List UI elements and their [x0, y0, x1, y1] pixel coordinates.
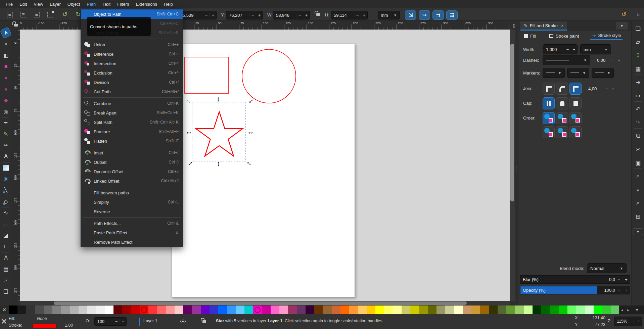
pen-tool[interactable]: ✒ [1, 118, 10, 127]
pencil-tool[interactable]: ✎ [1, 130, 10, 139]
color-swatch[interactable] [52, 306, 61, 314]
cap-round-button[interactable] [556, 97, 568, 109]
deselect-icon[interactable] [32, 10, 41, 19]
vertical-ruler[interactable]: 0255075100125150175200225250275 [11, 30, 20, 301]
opacity-field-decrement[interactable]: − [113, 319, 120, 324]
export-icon[interactable]: ↦ [632, 91, 644, 101]
scale-gradients-toggle[interactable]: ⇉ [432, 10, 444, 20]
rotation-reset-icon[interactable]: ↺ [619, 10, 628, 19]
fill-value[interactable]: None [37, 316, 47, 321]
width-decrement[interactable]: − [564, 47, 571, 52]
color-swatch[interactable] [445, 306, 454, 314]
menu-item-linked-offset[interactable]: Linked OffsetCtrl+Alt+J [81, 176, 183, 186]
zoom-decrement[interactable]: − [630, 319, 636, 324]
x-increment[interactable]: + [210, 13, 216, 18]
dock-resize-handle[interactable]: ⋮ [515, 30, 519, 306]
color-swatch[interactable] [585, 306, 594, 314]
scale-handle-n[interactable]: ↔ [216, 96, 223, 103]
color-swatch[interactable] [332, 306, 340, 314]
color-swatch[interactable] [87, 306, 96, 314]
color-swatch[interactable] [44, 306, 52, 314]
cut-icon[interactable]: ✂ [632, 144, 644, 154]
paint-order-button-2[interactable] [556, 112, 568, 124]
color-swatch[interactable] [35, 306, 44, 314]
color-swatch[interactable] [611, 306, 620, 314]
unit-selector[interactable]: mm▼ [378, 11, 400, 19]
color-swatch[interactable] [515, 306, 524, 314]
import-icon[interactable]: ⇥ [632, 77, 644, 87]
menu-item-flatten[interactable]: FlattenShift+F [81, 136, 183, 146]
tweak-tool[interactable]: ∿ [1, 208, 10, 217]
color-swatch-none[interactable]: ✕ [0, 306, 9, 314]
blend-mode-selector[interactable]: Normal▼ [587, 263, 627, 273]
stroke-width-value[interactable]: 1,000 [543, 47, 564, 52]
menu-extensions[interactable]: Extensions [133, 1, 160, 8]
color-swatch[interactable] [454, 306, 463, 314]
horizontal-scrollbar[interactable] [20, 301, 510, 306]
snap-toggle-icon[interactable]: ⌗ [634, 10, 643, 19]
guide-lock-toggle[interactable] [11, 21, 20, 30]
menu-item-split-path[interactable]: Split PathShift+Ctrl+Alt+K [81, 117, 183, 127]
blur-increment[interactable]: + [623, 277, 630, 282]
zoom-page-icon[interactable]: ⌕ [632, 198, 644, 208]
color-swatch[interactable] [559, 306, 567, 314]
stroke-width-indicator[interactable]: 1,00 [65, 323, 73, 328]
menu-item-path-effects[interactable]: Path Effects...Ctrl+& [81, 219, 183, 228]
dash-offset-increment[interactable]: + [616, 58, 622, 63]
stroke-width-unit[interactable]: mm▼ [580, 44, 611, 54]
color-swatch[interactable] [410, 306, 419, 314]
tab-fill[interactable]: Fill [522, 32, 537, 40]
color-swatch[interactable] [480, 306, 489, 314]
palette-scroll-left-icon[interactable]: ◂ [619, 306, 625, 314]
text-tool[interactable]: A [1, 152, 10, 161]
miter-increment[interactable]: + [610, 86, 616, 91]
zoom-center-icon[interactable]: ⊞ [632, 211, 644, 222]
menu-filters[interactable]: Filters [114, 1, 132, 8]
scale-handle-s[interactable]: ↔ [216, 160, 223, 168]
menu-item-cut-path[interactable]: Cut PathCtrl+Alt+/ [81, 87, 183, 96]
h-decrement[interactable]: − [354, 13, 361, 18]
menu-layer[interactable]: Layer [47, 1, 64, 8]
w-increment[interactable]: + [303, 13, 310, 18]
color-swatch[interactable] [297, 306, 306, 314]
color-swatch[interactable] [567, 306, 576, 314]
folder-open-icon[interactable]: ▱ [632, 37, 644, 47]
w-value[interactable]: 58,946 [273, 13, 296, 18]
paint-order-button-3[interactable] [569, 112, 582, 124]
menu-help[interactable]: Help [161, 1, 176, 8]
print-icon[interactable]: ▦ [632, 64, 644, 74]
zoom-field[interactable]: 115% −+ [614, 317, 642, 326]
scale-handle-e[interactable]: ↔ [247, 128, 254, 135]
select-all-layers-icon[interactable] [19, 10, 28, 19]
tab-stroke-paint[interactable]: Stroke paint [548, 32, 580, 40]
redo-icon[interactable]: ↷ [632, 117, 644, 128]
width-increment[interactable]: + [571, 47, 577, 52]
paste-icon[interactable]: ▣ [632, 158, 644, 168]
connector-tool[interactable]: ∟ [1, 242, 10, 251]
paint-order-button-1[interactable] [543, 112, 555, 124]
zoom-drawing-icon[interactable]: ⌕ [632, 185, 644, 195]
color-swatch[interactable] [105, 306, 113, 314]
object-opacity-value[interactable]: 100 [95, 319, 113, 324]
dash-pattern-selector[interactable]: ▼ [543, 55, 590, 65]
menu-item-break-apart[interactable]: Break ApartShift+Ctrl+K [81, 108, 183, 117]
dialog-menu-chevron[interactable]: ▼ [616, 22, 628, 30]
menu-item-outset[interactable]: OutsetCtrl+) [81, 157, 183, 167]
join-bevel-button[interactable] [543, 83, 555, 95]
color-swatch[interactable] [463, 306, 471, 314]
color-swatch[interactable] [384, 306, 393, 314]
color-swatch[interactable] [9, 306, 17, 314]
dash-offset-value[interactable]: 0,00 [594, 58, 609, 63]
y-field[interactable]: 76,207 −+ [226, 11, 263, 19]
menu-item-inset[interactable]: InsetCtrl+( [81, 148, 183, 157]
color-swatch[interactable] [358, 306, 367, 314]
menu-item-dynamic-offset[interactable]: Dynamic OffsetCtrl+J [81, 167, 183, 176]
color-swatch[interactable] [227, 306, 236, 314]
blur-value[interactable]: 0,0 [598, 277, 615, 282]
color-swatch[interactable] [288, 306, 297, 314]
shape-builder-tool[interactable]: ◧ [1, 51, 10, 60]
rectangle-tool[interactable]: ■ [1, 62, 10, 71]
undo-icon[interactable]: ↶ [632, 104, 644, 114]
menu-file[interactable]: File [3, 1, 16, 8]
w-field[interactable]: 58,946 −+ [273, 11, 310, 19]
